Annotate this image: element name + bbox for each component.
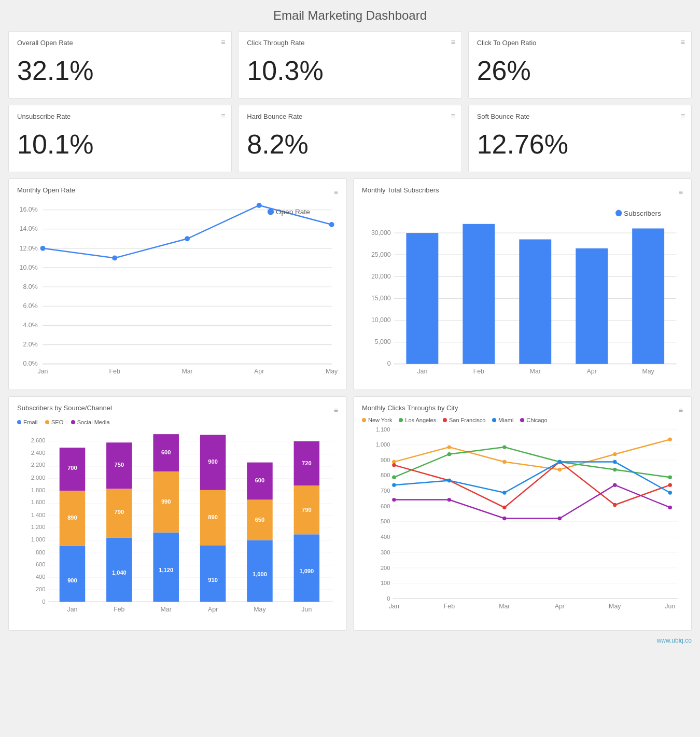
svg-point-172 [558, 460, 562, 464]
miami-color-dot [492, 418, 496, 422]
card-title: Hard Bounce Rate [247, 113, 453, 120]
svg-text:Mar: Mar [181, 368, 192, 376]
svg-point-55 [615, 210, 622, 216]
svg-text:1,000: 1,000 [31, 536, 46, 543]
menu-icon[interactable]: ≡ [334, 188, 338, 197]
menu-icon[interactable]: ≡ [221, 38, 225, 46]
svg-text:5,000: 5,000 [375, 339, 391, 346]
card-hard-bounce-rate: Hard Bounce Rate 8.2% ≡ [238, 105, 461, 172]
svg-text:Feb: Feb [444, 603, 455, 610]
legend-miami: Miami [492, 417, 513, 423]
card-title: Click To Open Ratio [477, 39, 683, 47]
charts-row1: Monthly Open Rate ≡ 0.0% 2.0% 4.0% 6.0% … [8, 178, 692, 390]
svg-point-152 [447, 445, 451, 449]
svg-text:8.0%: 8.0% [23, 283, 37, 290]
charts-row2: Subscribers by Source/Channel ≡ Email SE… [8, 396, 692, 631]
menu-icon[interactable]: ≡ [681, 112, 685, 120]
svg-text:1,040: 1,040 [112, 569, 127, 576]
svg-point-26 [185, 237, 190, 242]
svg-text:0: 0 [387, 595, 390, 602]
svg-text:600: 600 [381, 503, 390, 509]
card-click-to-open-ratio: Click To Open Ratio 26% ≡ [468, 31, 692, 99]
svg-text:2,200: 2,200 [31, 462, 46, 468]
card-overall-open-rate: Overall Open Rate 32.1% ≡ [8, 31, 232, 99]
svg-text:May: May [642, 368, 654, 376]
svg-text:650: 650 [255, 517, 265, 523]
city-line-chart: 0 100 200 300 400 500 600 700 800 900 1,… [362, 425, 683, 618]
svg-text:Jan: Jan [417, 368, 427, 376]
svg-point-27 [257, 203, 262, 208]
svg-text:1,100: 1,100 [376, 426, 390, 433]
menu-icon[interactable]: ≡ [679, 406, 683, 414]
svg-text:6.0%: 6.0% [23, 302, 37, 310]
svg-text:400: 400 [36, 574, 46, 580]
svg-text:Open Rate: Open Rate [276, 208, 310, 216]
svg-text:1,000: 1,000 [376, 441, 390, 448]
svg-text:16.0%: 16.0% [20, 206, 38, 214]
menu-icon[interactable]: ≡ [451, 112, 455, 120]
card-value: 32.1% [17, 51, 223, 91]
card-click-through-rate: Click Through Rate 10.3% ≡ [238, 31, 461, 99]
metric-cards-row1: Overall Open Rate 32.1% ≡ Click Through … [8, 31, 692, 99]
svg-text:Apr: Apr [555, 603, 565, 610]
svg-text:1,000: 1,000 [253, 571, 267, 577]
svg-text:10.0%: 10.0% [20, 264, 38, 271]
legend-los-angeles: Los Angeles [399, 417, 436, 423]
menu-icon[interactable]: ≡ [681, 38, 685, 46]
svg-text:800: 800 [36, 549, 46, 555]
svg-text:4.0%: 4.0% [23, 322, 37, 329]
card-unsubscribe-rate: Unsubscribe Rate 10.1% ≡ [8, 105, 232, 172]
metric-cards-row2: Unsubscribe Rate 10.1% ≡ Hard Bounce Rat… [8, 105, 692, 172]
svg-text:Jun: Jun [301, 606, 312, 613]
menu-icon[interactable]: ≡ [334, 406, 338, 414]
chicago-color-dot [520, 418, 524, 422]
monthly-open-rate-chart: Monthly Open Rate ≡ 0.0% 2.0% 4.0% 6.0% … [8, 178, 347, 390]
svg-rect-48 [576, 248, 608, 364]
svg-point-177 [502, 517, 506, 520]
svg-text:Apr: Apr [208, 606, 218, 613]
svg-text:300: 300 [381, 549, 390, 555]
svg-text:600: 600 [255, 477, 265, 483]
svg-rect-46 [463, 224, 495, 364]
menu-icon[interactable]: ≡ [679, 188, 683, 197]
svg-point-169 [392, 483, 396, 486]
svg-point-167 [613, 503, 617, 507]
menu-icon[interactable]: ≡ [451, 38, 455, 46]
svg-point-24 [40, 246, 46, 251]
svg-text:Feb: Feb [114, 606, 124, 613]
svg-point-29 [268, 208, 274, 215]
newyork-color-dot [362, 418, 366, 422]
svg-text:700: 700 [67, 465, 77, 471]
svg-text:Jun: Jun [665, 603, 675, 610]
svg-text:2.0%: 2.0% [23, 341, 37, 349]
chart-title: Monthly Clicks Throughs by City [362, 404, 458, 412]
svg-point-162 [668, 476, 672, 479]
svg-text:0: 0 [42, 599, 45, 605]
svg-text:0: 0 [387, 360, 391, 368]
svg-text:2,000: 2,000 [31, 475, 46, 481]
chart-title: Monthly Total Subscribers [362, 186, 439, 194]
legend-san-francisco: San Francisco [443, 417, 485, 423]
svg-text:890: 890 [208, 514, 218, 520]
subscribers-by-channel-chart: Subscribers by Source/Channel ≡ Email SE… [8, 396, 347, 631]
menu-icon[interactable]: ≡ [221, 112, 225, 120]
svg-text:800: 800 [381, 472, 390, 478]
svg-text:1,120: 1,120 [159, 567, 173, 573]
svg-point-174 [668, 491, 672, 494]
svg-text:Jan: Jan [389, 603, 399, 610]
svg-text:14.0%: 14.0% [20, 226, 38, 233]
svg-text:12.0%: 12.0% [20, 245, 38, 252]
legend-social: Social Media [71, 419, 110, 425]
svg-text:30,000: 30,000 [371, 229, 391, 237]
svg-text:720: 720 [302, 460, 312, 466]
card-value: 26% [477, 51, 683, 91]
svg-text:500: 500 [381, 518, 390, 524]
card-title: Soft Bounce Rate [477, 113, 683, 120]
svg-point-157 [392, 476, 396, 479]
svg-point-171 [502, 491, 506, 494]
card-title: Click Through Rate [247, 39, 453, 47]
legend-seo: SEO [45, 419, 63, 425]
social-color-dot [71, 420, 75, 424]
seo-color-dot [45, 420, 49, 424]
svg-text:25,000: 25,000 [371, 251, 391, 258]
